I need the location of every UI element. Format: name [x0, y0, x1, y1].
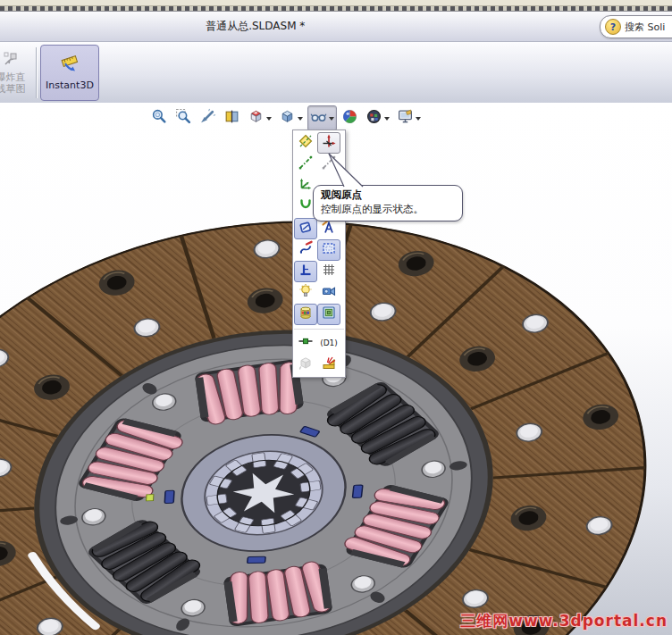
view-temporary-axes-icon — [321, 155, 337, 174]
instant3d-label: Instant3D — [46, 79, 94, 91]
previous-view-icon — [199, 108, 216, 129]
view-orientation-button[interactable] — [245, 105, 274, 131]
edit-appearance-button[interactable] — [339, 105, 361, 131]
menu-row — [294, 304, 344, 325]
view-spline-points-icon — [298, 240, 314, 260]
command-toolbar: 爆炸直 线草图 Instant3D — [0, 42, 672, 104]
menu-item-view-grid[interactable] — [317, 261, 340, 282]
menu-item-view-sketches[interactable] — [294, 218, 317, 239]
view-cameras-icon — [321, 283, 337, 303]
view-origins-icon — [321, 133, 337, 153]
menu-item-view-weld-beads[interactable] — [317, 354, 340, 375]
window-top-strip — [0, 0, 672, 6]
zoom-to-fit-button[interactable] — [148, 105, 171, 131]
menu-item-view-nested-boxes[interactable] — [317, 304, 340, 325]
view-sketch-relations-icon — [298, 262, 314, 281]
menu-row — [294, 132, 344, 154]
menu-item-view-cameras[interactable] — [317, 282, 340, 304]
dropdown-caret-icon[interactable] — [329, 117, 334, 121]
watermark: 三维网www.3dportal.cn — [460, 611, 668, 631]
section-view-button[interactable] — [221, 105, 243, 131]
menu-row — [294, 261, 344, 282]
search-input[interactable]: 搜索 Soli — [625, 21, 665, 34]
view-planes-icon — [298, 133, 314, 153]
toolbar-separator — [36, 47, 37, 98]
section-view-icon — [223, 108, 240, 129]
menu-item-view-origins[interactable] — [317, 132, 340, 154]
dimension-label-text: (D1) — [320, 338, 338, 347]
apply-scene-icon — [365, 108, 382, 129]
document-title: 普通从总.SLDASM * — [0, 12, 511, 41]
help-bubble-icon[interactable]: ? — [605, 19, 621, 35]
dropdown-caret-icon[interactable] — [266, 117, 272, 121]
view-weld-beads-icon — [321, 355, 337, 374]
view-lights-icon — [298, 283, 314, 303]
explode-line-sketch-label-2: 线草图 — [0, 83, 26, 95]
menu-row — [294, 154, 344, 175]
menu-item-view-decals[interactable] — [294, 304, 317, 325]
title-bar: 普通从总.SLDASM * ? 搜索 Soli — [0, 12, 672, 42]
view-sketches-icon — [298, 219, 314, 238]
zoom-to-area-button[interactable] — [172, 105, 195, 131]
explode-line-sketch-icon — [1, 51, 21, 71]
view-settings-button[interactable] — [394, 105, 424, 131]
menu-item-view-spline-points[interactable] — [294, 239, 317, 261]
zoom-to-area-icon — [175, 108, 192, 129]
explode-line-sketch-button[interactable]: 爆炸直 线草图 — [0, 45, 34, 101]
display-style-icon — [279, 108, 296, 129]
view-curves-icon — [298, 197, 314, 217]
tooltip-title: 观阅原点 — [321, 188, 455, 202]
view-coordinate-systems-icon — [298, 176, 314, 196]
dropdown-caret-icon[interactable] — [384, 117, 390, 121]
view-grid-icon — [321, 262, 337, 281]
menu-row — [294, 239, 344, 261]
dropdown-caret-icon[interactable] — [298, 117, 303, 121]
tooltip-view-origins: 观阅原点 控制原点的显示状态。 — [313, 185, 463, 221]
zoom-to-fit-icon — [151, 108, 168, 129]
view-cube-disabled-icon — [298, 355, 314, 374]
menu-item-view-temporary-axes[interactable] — [317, 154, 340, 175]
previous-view-button[interactable] — [197, 105, 219, 131]
menu-item-view-lights[interactable] — [294, 282, 317, 304]
search-box[interactable]: ? 搜索 Soli — [600, 15, 672, 38]
view-decals-icon — [298, 305, 314, 324]
graphics-viewport[interactable]: (D1) 观阅原点 控制原点的显示状态。 三维网www.3dportal.cn — [0, 103, 672, 635]
menu-item-dimension-label[interactable]: (D1) — [317, 332, 340, 354]
dropdown-caret-icon[interactable] — [416, 117, 421, 121]
solidworks-window: 普通从总.SLDASM * ? 搜索 Soli 爆炸直 线草图 Instant3… — [0, 0, 672, 635]
menu-item-view-axes[interactable] — [294, 154, 317, 175]
explode-line-sketch-label-1: 爆炸直 — [0, 71, 26, 83]
view-nested-boxes-icon — [321, 305, 337, 324]
view-orientation-icon — [248, 108, 265, 129]
menu-item-view-connector[interactable] — [294, 332, 317, 354]
menu-separator — [294, 325, 344, 332]
hide-show-items-button[interactable] — [307, 105, 337, 131]
view-connector-icon — [298, 333, 314, 353]
view-axes-icon — [298, 155, 314, 174]
menu-row — [294, 354, 344, 375]
menu-item-view-cube-disabled[interactable] — [294, 354, 317, 375]
menu-row — [294, 282, 344, 304]
menu-item-view-selection-box[interactable] — [317, 239, 340, 261]
instant3d-icon — [58, 54, 81, 77]
view-annotations-icon — [321, 219, 337, 238]
tooltip-description: 控制原点的显示状态。 — [321, 203, 455, 216]
menu-item-view-sketch-relations[interactable] — [294, 261, 317, 282]
apply-scene-button[interactable] — [363, 105, 392, 131]
view-settings-icon — [397, 108, 414, 129]
instant3d-button[interactable]: Instant3D — [40, 45, 99, 101]
view-selection-box-icon — [321, 240, 337, 260]
heads-up-view-toolbar — [148, 105, 424, 131]
edit-appearance-icon — [341, 108, 358, 129]
menu-item-view-planes[interactable] — [294, 132, 317, 154]
menu-row: (D1) — [294, 332, 344, 354]
hide-show-items-menu: (D1) — [292, 130, 346, 378]
display-style-button[interactable] — [276, 105, 306, 131]
hide-show-items-icon — [310, 108, 327, 129]
